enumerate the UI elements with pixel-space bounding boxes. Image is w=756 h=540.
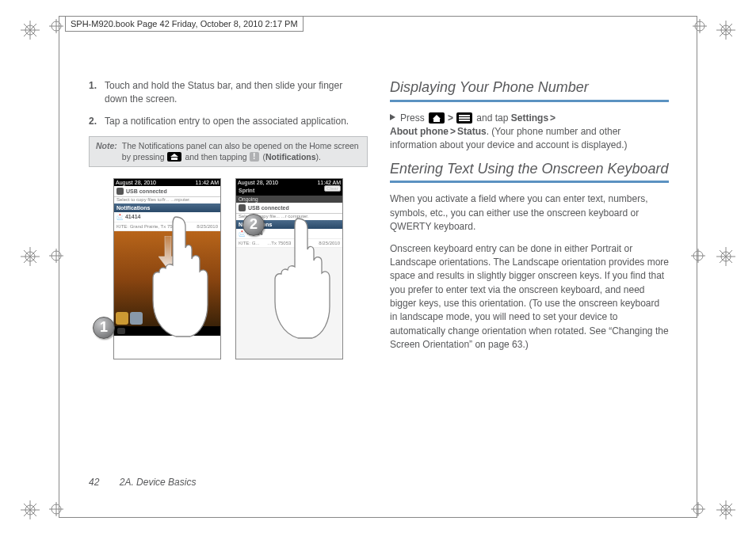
step-text: Touch and hold the Status bar, and then … bbox=[105, 79, 368, 107]
notification-subrow: KITE: Grand Prairie, Tx 750... 8/25/2010 bbox=[114, 222, 220, 231]
register-target-icon bbox=[691, 502, 707, 518]
usb-notification: USB connected bbox=[236, 203, 342, 214]
page-footer: 42 2A. Device Basics bbox=[89, 477, 196, 488]
register-target-icon bbox=[49, 502, 65, 518]
section-name: 2A. Device Basics bbox=[120, 477, 197, 488]
page-content: 1. Touch and hold the Status bar, and th… bbox=[89, 79, 669, 491]
app-icon bbox=[130, 312, 143, 325]
register-target-icon bbox=[691, 249, 707, 264]
register-target-icon bbox=[49, 19, 63, 36]
body-paragraph: Onscreen keyboard entry can be done in e… bbox=[390, 242, 669, 352]
note-body: The Notifications panel can also be open… bbox=[122, 140, 361, 162]
usb-icon bbox=[116, 188, 124, 195]
notifications-header: Notifications bbox=[114, 203, 220, 212]
phone-bottom-bar bbox=[114, 326, 220, 336]
usb-notification: USB connected bbox=[114, 186, 220, 197]
phone-screenshot-2: August 28, 2010 11:42 AM Sprint Clear On… bbox=[235, 178, 343, 359]
phone-screenshot-1: August 28, 2010 11:42 AM USB connected S… bbox=[113, 178, 221, 359]
document-header: SPH-M920.book Page 42 Friday, October 8,… bbox=[65, 16, 304, 32]
clear-button: Clear bbox=[324, 185, 341, 192]
crop-mark-icon bbox=[21, 500, 40, 519]
menu-key-icon bbox=[456, 112, 472, 124]
screenshot-row: August 28, 2010 11:42 AM USB connected S… bbox=[89, 178, 368, 359]
step-text: Tap a notification entry to open the ass… bbox=[105, 115, 349, 128]
home-key-icon bbox=[167, 152, 181, 162]
usb-subtext: Select to copy files to/fr... ...mputer. bbox=[114, 197, 220, 203]
app-icon bbox=[116, 312, 128, 325]
section-heading-entering-text: Entering Text Using the Onscreen Keyboar… bbox=[390, 161, 669, 184]
phone-body-blank bbox=[236, 248, 342, 359]
phone-icon bbox=[117, 328, 125, 334]
carrier-bar: Sprint Clear bbox=[236, 186, 342, 196]
section-heading-displaying: Displaying Your Phone Number bbox=[390, 79, 669, 102]
phone-wallpaper bbox=[114, 231, 220, 326]
step-number: 1. bbox=[89, 79, 100, 107]
note-label: Note: bbox=[96, 140, 117, 162]
phone-status-bar: August 28, 2010 11:42 AM bbox=[114, 179, 220, 186]
right-column: Displaying Your Phone Number Press > and… bbox=[390, 79, 669, 491]
crop-mark-icon bbox=[21, 247, 40, 266]
crop-mark-icon bbox=[21, 21, 40, 40]
notification-subrow: KITE: G... ...Tx 75053 8/25/2010 bbox=[236, 239, 342, 248]
register-target-icon bbox=[49, 249, 65, 264]
note-box: Note: The Notifications panel can also b… bbox=[89, 136, 368, 166]
callout-badge-1: 1 bbox=[93, 317, 115, 339]
step-number: 2. bbox=[89, 115, 100, 128]
crop-mark-icon bbox=[716, 21, 735, 40]
notification-icon bbox=[250, 152, 259, 162]
ongoing-header: Ongoing bbox=[236, 196, 342, 203]
usb-icon bbox=[239, 204, 246, 211]
step-2: 2. Tap a notification entry to open the … bbox=[89, 115, 368, 128]
body-paragraph: When you activate a field where you can … bbox=[390, 192, 669, 234]
left-column: 1. Touch and hold the Status bar, and th… bbox=[89, 79, 368, 491]
crop-mark-icon bbox=[716, 247, 735, 266]
register-target-icon bbox=[693, 19, 707, 36]
arrow-down-icon bbox=[158, 236, 178, 269]
triangle-bullet-icon bbox=[390, 114, 395, 120]
page-number: 42 bbox=[89, 477, 99, 488]
callout-badge-2: 2 bbox=[242, 214, 265, 236]
crop-mark-icon bbox=[716, 500, 735, 519]
home-key-icon bbox=[429, 112, 445, 124]
instruction-paragraph: Press > and tap Settings> About phone>St… bbox=[390, 112, 669, 153]
step-1: 1. Touch and hold the Status bar, and th… bbox=[89, 79, 368, 107]
notification-row: 📩 41414 bbox=[114, 212, 220, 222]
